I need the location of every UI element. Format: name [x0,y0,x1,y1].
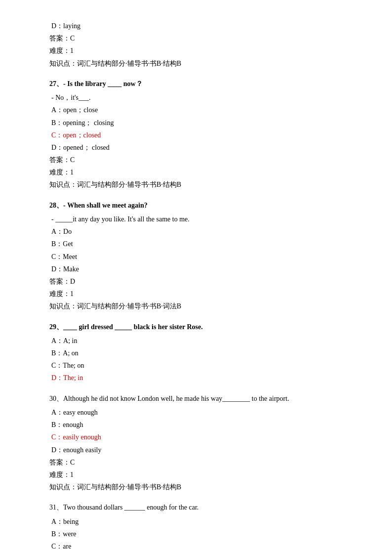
q27-option-d: D：opened； closed [49,141,343,154]
question-28: 28、- When shall we meet again? - _____it… [49,200,343,313]
q30-title: 30、Although he did not know London well,… [49,393,343,404]
question-31: 31、Two thousand dollars ______ enough fo… [49,502,343,553]
q30-option-c: C：easily enough [49,431,343,443]
q27-option-a: A：open；close [49,104,343,116]
q27-title: 27、- Is the library ____ now？ [49,79,343,89]
q30-option-d: D：enough easily [49,444,343,456]
q29-title: 29、____ girl dressed _____ black is her … [49,322,343,333]
top-option-d: D：laying [49,20,343,32]
q30-knowledge: 知识点：词汇与结构部分·辅导书·书B·结构B [49,481,343,493]
q28-option-d: D：Make [49,263,343,275]
q28-difficulty: 难度：1 [49,288,343,300]
question-29: 29、____ girl dressed _____ black is her … [49,322,343,384]
top-section: D：laying 答案：C 难度：1 知识点：词汇与结构部分·辅导书·书B·结构… [49,20,343,70]
q31-option-c: C：are [49,540,343,553]
q27-subtitle: - No，it's___. [49,91,343,104]
q31-option-a: A：being [49,515,343,528]
q30-option-b: B：enough [49,419,343,431]
q30-option-a: A：easy enough [49,406,343,419]
q30-answer: 答案：C [49,456,343,469]
question-27: 27、- Is the library ____ now？ - No，it's_… [49,79,343,191]
q28-option-a: A：Do [49,225,343,238]
q27-option-b: B：opening； closing [49,117,343,129]
q29-option-b: B：A; on [49,347,343,359]
q27-knowledge: 知识点：词汇与结构部分·辅导书·书B·结构B [49,178,343,191]
q28-subtitle: - _____it any day you like. It's all the… [49,213,343,225]
q29-option-c: C：The; on [49,359,343,372]
q27-option-c: C：open；closed [49,129,343,141]
q27-difficulty: 难度：1 [49,166,343,178]
top-answer: 答案：C [49,32,343,44]
q28-knowledge: 知识点：词汇与结构部分·辅导书·书B·词法B [49,300,343,312]
top-difficulty: 难度：1 [49,44,343,57]
q31-option-b: B：were [49,528,343,540]
q28-title: 28、- When shall we meet again? [49,200,343,211]
top-knowledge: 知识点：词汇与结构部分·辅导书·书B·结构B [49,57,343,70]
q29-option-d: D：The; in [49,372,343,384]
q28-option-c: C：Meet [49,251,343,263]
q30-difficulty: 难度：1 [49,469,343,481]
q28-option-b: B：Get [49,238,343,250]
question-30: 30、Although he did not know London well,… [49,393,343,494]
q29-option-a: A：A; in [49,335,343,347]
q31-title: 31、Two thousand dollars ______ enough fo… [49,502,343,513]
q28-answer: 答案：D [49,275,343,288]
q27-answer: 答案：C [49,154,343,166]
